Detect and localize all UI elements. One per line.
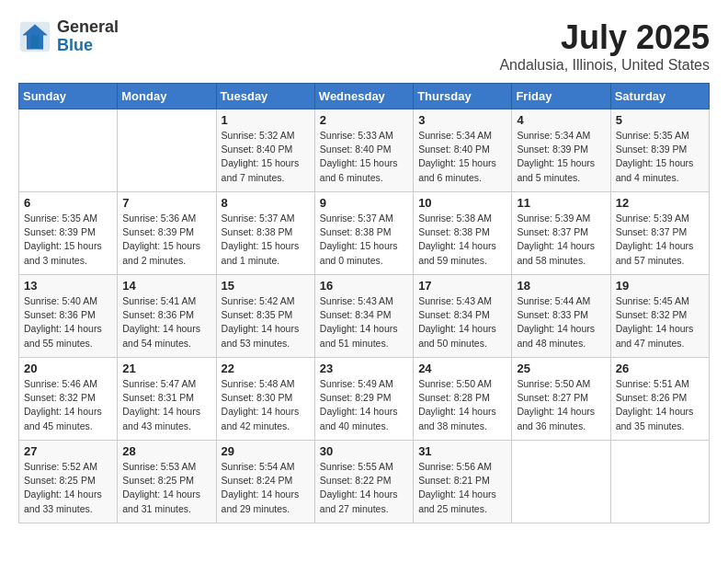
day-detail: Sunrise: 5:35 AM Sunset: 8:39 PM Dayligh… xyxy=(24,212,112,268)
day-number: 15 xyxy=(222,279,310,293)
calendar-table: Sunday Monday Tuesday Wednesday Thursday… xyxy=(18,83,710,523)
day-number: 3 xyxy=(418,113,506,127)
day-detail: Sunrise: 5:56 AM Sunset: 8:21 PM Dayligh… xyxy=(418,460,506,516)
day-number: 17 xyxy=(418,279,506,293)
day-number: 26 xyxy=(616,362,704,375)
day-number: 22 xyxy=(222,362,310,375)
month-year-title: July 2025 xyxy=(499,18,710,57)
weekday-header-row: Sunday Monday Tuesday Wednesday Thursday… xyxy=(19,84,710,109)
calendar-cell xyxy=(118,109,216,192)
day-detail: Sunrise: 5:43 AM Sunset: 8:34 PM Dayligh… xyxy=(418,294,506,350)
day-detail: Sunrise: 5:37 AM Sunset: 8:38 PM Dayligh… xyxy=(320,212,408,268)
day-detail: Sunrise: 5:45 AM Sunset: 8:32 PM Dayligh… xyxy=(616,294,704,350)
day-number: 14 xyxy=(122,279,210,293)
day-number: 31 xyxy=(418,444,506,458)
calendar-body: 1Sunrise: 5:32 AM Sunset: 8:40 PM Daylig… xyxy=(19,109,710,523)
day-detail: Sunrise: 5:32 AM Sunset: 8:40 PM Dayligh… xyxy=(222,129,310,185)
calendar-week-row: 20Sunrise: 5:46 AM Sunset: 8:32 PM Dayli… xyxy=(19,358,710,441)
day-number: 28 xyxy=(122,444,210,458)
day-detail: Sunrise: 5:42 AM Sunset: 8:35 PM Dayligh… xyxy=(222,294,310,350)
day-detail: Sunrise: 5:34 AM Sunset: 8:39 PM Dayligh… xyxy=(517,129,605,185)
day-detail: Sunrise: 5:39 AM Sunset: 8:37 PM Dayligh… xyxy=(517,212,605,268)
day-detail: Sunrise: 5:54 AM Sunset: 8:24 PM Dayligh… xyxy=(222,460,310,516)
day-number: 8 xyxy=(222,196,310,210)
calendar-cell: 13Sunrise: 5:40 AM Sunset: 8:36 PM Dayli… xyxy=(19,275,118,358)
day-detail: Sunrise: 5:35 AM Sunset: 8:39 PM Dayligh… xyxy=(616,129,704,185)
calendar-cell: 30Sunrise: 5:55 AM Sunset: 8:22 PM Dayli… xyxy=(314,441,413,523)
day-number: 24 xyxy=(418,362,506,375)
day-detail: Sunrise: 5:38 AM Sunset: 8:38 PM Dayligh… xyxy=(418,212,506,268)
day-number: 7 xyxy=(122,196,210,210)
calendar-cell: 7Sunrise: 5:36 AM Sunset: 8:39 PM Daylig… xyxy=(118,192,216,275)
day-number: 6 xyxy=(24,196,112,210)
calendar-cell: 12Sunrise: 5:39 AM Sunset: 8:37 PM Dayli… xyxy=(610,192,709,275)
day-number: 5 xyxy=(616,113,704,127)
logo-line1: General xyxy=(57,18,119,37)
header-wednesday: Wednesday xyxy=(314,84,413,109)
day-detail: Sunrise: 5:52 AM Sunset: 8:25 PM Dayligh… xyxy=(24,460,112,516)
day-detail: Sunrise: 5:41 AM Sunset: 8:36 PM Dayligh… xyxy=(122,294,210,350)
header-friday: Friday xyxy=(512,84,610,109)
calendar-cell: 20Sunrise: 5:46 AM Sunset: 8:32 PM Dayli… xyxy=(19,358,118,441)
calendar-cell: 10Sunrise: 5:38 AM Sunset: 8:38 PM Dayli… xyxy=(414,192,512,275)
day-number: 16 xyxy=(320,279,408,293)
day-detail: Sunrise: 5:37 AM Sunset: 8:38 PM Dayligh… xyxy=(222,212,310,268)
day-detail: Sunrise: 5:46 AM Sunset: 8:32 PM Dayligh… xyxy=(24,377,112,433)
day-detail: Sunrise: 5:40 AM Sunset: 8:36 PM Dayligh… xyxy=(24,294,112,350)
calendar-cell xyxy=(19,109,118,192)
calendar-cell: 14Sunrise: 5:41 AM Sunset: 8:36 PM Dayli… xyxy=(118,275,216,358)
calendar-cell: 18Sunrise: 5:44 AM Sunset: 8:33 PM Dayli… xyxy=(512,275,610,358)
calendar-cell: 17Sunrise: 5:43 AM Sunset: 8:34 PM Dayli… xyxy=(414,275,512,358)
calendar-week-row: 13Sunrise: 5:40 AM Sunset: 8:36 PM Dayli… xyxy=(19,275,710,358)
day-detail: Sunrise: 5:49 AM Sunset: 8:29 PM Dayligh… xyxy=(320,377,408,433)
day-number: 20 xyxy=(24,362,112,375)
day-detail: Sunrise: 5:53 AM Sunset: 8:25 PM Dayligh… xyxy=(122,460,210,516)
calendar-cell: 6Sunrise: 5:35 AM Sunset: 8:39 PM Daylig… xyxy=(19,192,118,275)
calendar-cell: 21Sunrise: 5:47 AM Sunset: 8:31 PM Dayli… xyxy=(118,358,216,441)
logo-icon xyxy=(18,20,51,53)
calendar-week-row: 1Sunrise: 5:32 AM Sunset: 8:40 PM Daylig… xyxy=(19,109,710,192)
header-monday: Monday xyxy=(118,84,216,109)
day-detail: Sunrise: 5:36 AM Sunset: 8:39 PM Dayligh… xyxy=(122,212,210,268)
day-detail: Sunrise: 5:48 AM Sunset: 8:30 PM Dayligh… xyxy=(222,377,310,433)
day-detail: Sunrise: 5:33 AM Sunset: 8:40 PM Dayligh… xyxy=(320,129,408,185)
calendar-cell: 11Sunrise: 5:39 AM Sunset: 8:37 PM Dayli… xyxy=(512,192,610,275)
calendar-cell: 3Sunrise: 5:34 AM Sunset: 8:40 PM Daylig… xyxy=(414,109,512,192)
location-subtitle: Andalusia, Illinois, United States xyxy=(499,57,710,74)
day-number: 19 xyxy=(616,279,704,293)
day-detail: Sunrise: 5:50 AM Sunset: 8:28 PM Dayligh… xyxy=(418,377,506,433)
title-block: July 2025 Andalusia, Illinois, United St… xyxy=(499,18,710,74)
calendar-week-row: 27Sunrise: 5:52 AM Sunset: 8:25 PM Dayli… xyxy=(19,441,710,523)
calendar-cell: 16Sunrise: 5:43 AM Sunset: 8:34 PM Dayli… xyxy=(314,275,413,358)
day-number: 9 xyxy=(320,196,408,210)
day-number: 23 xyxy=(320,362,408,375)
calendar-cell: 15Sunrise: 5:42 AM Sunset: 8:35 PM Dayli… xyxy=(216,275,314,358)
calendar-cell: 29Sunrise: 5:54 AM Sunset: 8:24 PM Dayli… xyxy=(216,441,314,523)
day-number: 2 xyxy=(320,113,408,127)
day-number: 30 xyxy=(320,444,408,458)
header-sunday: Sunday xyxy=(19,84,118,109)
day-number: 18 xyxy=(517,279,605,293)
calendar-cell: 22Sunrise: 5:48 AM Sunset: 8:30 PM Dayli… xyxy=(216,358,314,441)
day-detail: Sunrise: 5:39 AM Sunset: 8:37 PM Dayligh… xyxy=(616,212,704,268)
calendar-cell: 25Sunrise: 5:50 AM Sunset: 8:27 PM Dayli… xyxy=(512,358,610,441)
calendar-cell: 26Sunrise: 5:51 AM Sunset: 8:26 PM Dayli… xyxy=(610,358,709,441)
calendar-cell: 19Sunrise: 5:45 AM Sunset: 8:32 PM Dayli… xyxy=(610,275,709,358)
calendar-cell: 9Sunrise: 5:37 AM Sunset: 8:38 PM Daylig… xyxy=(314,192,413,275)
logo-line2: Blue xyxy=(57,37,119,55)
day-detail: Sunrise: 5:50 AM Sunset: 8:27 PM Dayligh… xyxy=(517,377,605,433)
day-number: 12 xyxy=(616,196,704,210)
calendar-cell: 4Sunrise: 5:34 AM Sunset: 8:39 PM Daylig… xyxy=(512,109,610,192)
header-tuesday: Tuesday xyxy=(216,84,314,109)
day-number: 1 xyxy=(222,113,310,127)
day-number: 21 xyxy=(122,362,210,375)
day-number: 10 xyxy=(418,196,506,210)
calendar-cell: 8Sunrise: 5:37 AM Sunset: 8:38 PM Daylig… xyxy=(216,192,314,275)
day-detail: Sunrise: 5:34 AM Sunset: 8:40 PM Dayligh… xyxy=(418,129,506,185)
calendar-cell xyxy=(512,441,610,523)
day-number: 25 xyxy=(517,362,605,375)
day-detail: Sunrise: 5:43 AM Sunset: 8:34 PM Dayligh… xyxy=(320,294,408,350)
day-number: 4 xyxy=(517,113,605,127)
calendar-cell: 27Sunrise: 5:52 AM Sunset: 8:25 PM Dayli… xyxy=(19,441,118,523)
logo: General Blue xyxy=(18,18,119,55)
